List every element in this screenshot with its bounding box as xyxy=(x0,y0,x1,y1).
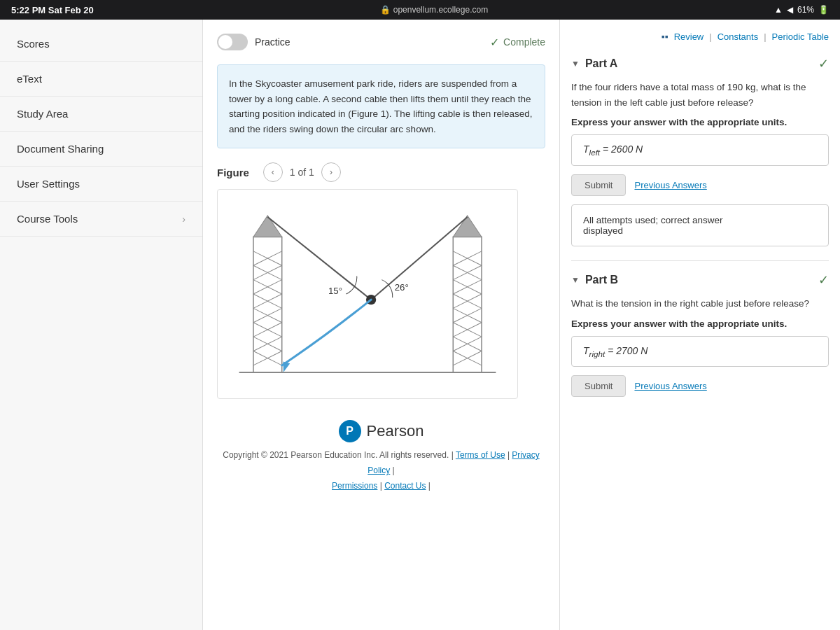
part-b-header[interactable]: ▼ Part B ✓ xyxy=(571,272,829,288)
sidebar-item-etext[interactable]: eText xyxy=(0,62,202,97)
review-icon: ▪▪ xyxy=(662,31,668,42)
pearson-logo: P Pearson xyxy=(217,420,545,442)
part-b-answer-value: = 2700 N xyxy=(605,345,648,356)
complete-label: Complete xyxy=(503,36,545,48)
part-b-previous-answers-link[interactable]: Previous Answers xyxy=(634,381,706,391)
content-area: Practice ✓ Complete In the Skycoaster am… xyxy=(203,20,840,630)
part-b-section: ▼ Part B ✓ What is the tension in the ri… xyxy=(571,272,829,397)
pearson-logo-circle: P xyxy=(339,420,361,442)
part-b-submit-row: Submit Previous Answers xyxy=(571,375,829,397)
practice-toggle-switch[interactable] xyxy=(217,34,248,50)
part-b-arrow-icon: ▼ xyxy=(571,275,580,285)
wifi-icon: ▲ xyxy=(774,5,783,15)
figure-next-button[interactable]: › xyxy=(321,162,341,182)
sidebar-item-label: Course Tools xyxy=(17,213,78,225)
svg-text:15°: 15° xyxy=(328,286,342,296)
figure-section: Figure ‹ 1 of 1 › xyxy=(217,162,545,399)
battery-level: 61% xyxy=(797,5,814,15)
practice-label: Practice xyxy=(255,36,290,48)
sidebar-item-label: eText xyxy=(17,73,42,85)
sidebar-item-label: Study Area xyxy=(17,108,68,120)
sidebar-item-user-settings[interactable]: User Settings xyxy=(0,167,202,202)
figure-nav: ‹ 1 of 1 › xyxy=(263,162,341,182)
lock-icon: 🔒 xyxy=(380,5,391,15)
part-b-title: ▼ Part B xyxy=(571,274,618,286)
sidebar-item-scores[interactable]: Scores xyxy=(0,27,202,62)
review-link[interactable]: Review xyxy=(674,31,704,42)
figure-page: 1 of 1 xyxy=(290,167,314,178)
part-b-answer-input[interactable]: Tright = 2700 N xyxy=(571,336,829,368)
part-a-question: If the four riders have a total mass of … xyxy=(571,80,829,110)
periodic-table-link[interactable]: Periodic Table xyxy=(772,31,829,42)
contact-us-link[interactable]: Contact Us xyxy=(384,481,426,491)
part-a-previous-answers-link[interactable]: Previous Answers xyxy=(634,180,706,190)
check-icon: ✓ xyxy=(490,36,499,49)
pearson-name: Pearson xyxy=(367,422,424,440)
figure-image: 15° 26° xyxy=(217,189,518,399)
status-url: 🔒 openvellum.ecollege.com xyxy=(380,5,488,15)
sidebar-item-document-sharing[interactable]: Document Sharing xyxy=(0,132,202,167)
part-b-question: What is the tension in the right cable j… xyxy=(571,296,829,312)
part-a-express-label: Express your answer with the appropriate… xyxy=(571,117,829,127)
sidebar-item-label: Document Sharing xyxy=(17,143,104,155)
figure-prev-button[interactable]: ‹ xyxy=(263,162,283,182)
part-b-submit-button[interactable]: Submit xyxy=(571,375,626,397)
part-a-header[interactable]: ▼ Part A ✓ xyxy=(571,56,829,71)
part-a-answer-input[interactable]: Tleft = 2600 N xyxy=(571,134,829,166)
middle-panel: Practice ✓ Complete In the Skycoaster am… xyxy=(203,20,560,630)
status-time: 5:22 PM Sat Feb 20 xyxy=(11,5,94,15)
right-panel: ▪▪ Review | Constants | Periodic Table ▼… xyxy=(560,20,840,630)
sidebar-item-study-area[interactable]: Study Area xyxy=(0,97,202,132)
part-a-check-icon: ✓ xyxy=(818,56,829,71)
practice-toggle: Practice xyxy=(217,34,290,50)
part-a-submit-row: Submit Previous Answers xyxy=(571,174,829,196)
part-a-answer-sub: left xyxy=(589,148,601,157)
constants-link[interactable]: Constants xyxy=(718,31,759,42)
part-b-check-icon: ✓ xyxy=(818,272,829,288)
signal-icon: ◀ xyxy=(787,5,793,15)
battery-icon: 🔋 xyxy=(818,5,829,15)
sidebar: Scores eText Study Area Document Sharing… xyxy=(0,20,203,630)
figure-header: Figure ‹ 1 of 1 › xyxy=(217,162,545,182)
complete-badge: ✓ Complete xyxy=(490,36,545,49)
part-a-submit-button[interactable]: Submit xyxy=(571,174,626,196)
part-a-answer-var: T xyxy=(583,144,589,155)
svg-text:26°: 26° xyxy=(395,282,409,293)
part-a-section: ▼ Part A ✓ If the four riders have a tot… xyxy=(571,56,829,246)
sidebar-item-label: Scores xyxy=(17,38,50,50)
figure-title: Figure xyxy=(217,167,249,178)
part-b-answer-sub: right xyxy=(589,349,606,358)
copyright-text: Copyright © 2021 Pearson Education Inc. … xyxy=(217,448,545,493)
middle-top-bar: Practice ✓ Complete xyxy=(217,34,545,50)
sidebar-item-label: User Settings xyxy=(17,178,80,190)
status-right: ▲ ◀ 61% 🔋 xyxy=(774,5,829,15)
main-layout: Scores eText Study Area Document Sharing… xyxy=(0,20,840,630)
permissions-link[interactable]: Permissions xyxy=(332,481,377,491)
part-b-express-label: Express your answer with the appropriate… xyxy=(571,318,829,329)
part-a-answer-value: = 2600 N xyxy=(600,144,643,155)
problem-description: In the Skycoaster amusement park ride, r… xyxy=(217,64,545,148)
part-a-correct-text: All attempts used; correct answerdisplay… xyxy=(583,215,723,236)
status-bar: 5:22 PM Sat Feb 20 🔒 openvellum.ecollege… xyxy=(0,0,840,20)
part-a-title: ▼ Part A xyxy=(571,57,617,70)
part-a-arrow-icon: ▼ xyxy=(571,59,580,69)
terms-of-use-link[interactable]: Terms of Use xyxy=(456,450,505,460)
part-b-answer-var: T xyxy=(583,345,589,356)
part-divider xyxy=(571,260,829,261)
review-bar: ▪▪ Review | Constants | Periodic Table xyxy=(571,31,829,42)
part-a-correct-box: All attempts used; correct answerdisplay… xyxy=(571,204,829,246)
sidebar-item-course-tools[interactable]: Course Tools › xyxy=(0,202,202,237)
chevron-right-icon: › xyxy=(182,214,186,225)
pearson-footer: P Pearson Copyright © 2021 Pearson Educa… xyxy=(217,420,545,500)
